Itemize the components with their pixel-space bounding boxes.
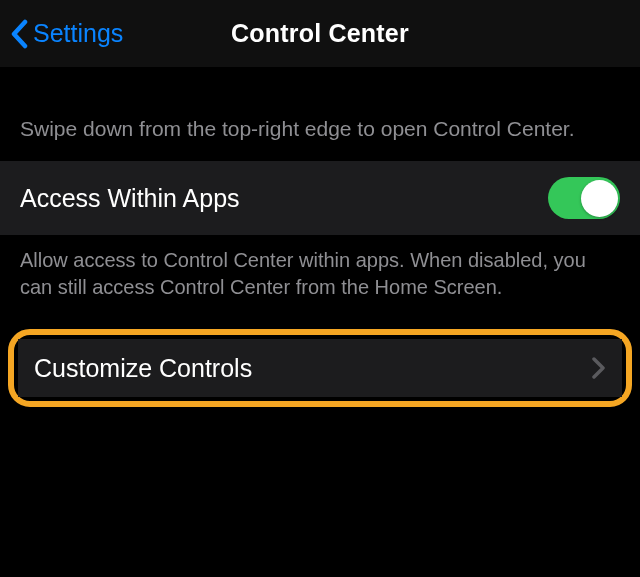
toggle-knob <box>581 180 618 217</box>
section-header-description: Swipe down from the top-right edge to op… <box>0 67 640 161</box>
access-within-apps-label: Access Within Apps <box>20 184 240 213</box>
navigation-bar: Settings Control Center <box>0 0 640 67</box>
access-within-apps-toggle[interactable] <box>548 177 620 219</box>
back-label: Settings <box>33 19 123 48</box>
settings-screen: Settings Control Center Swipe down from … <box>0 0 640 577</box>
chevron-right-icon <box>592 357 606 379</box>
highlight-annotation: Customize Controls <box>8 329 632 407</box>
back-button[interactable]: Settings <box>0 19 123 49</box>
chevron-left-icon <box>10 19 30 49</box>
access-within-apps-cell: Access Within Apps <box>0 161 640 235</box>
access-within-apps-footnote: Allow access to Control Center within ap… <box>0 235 640 329</box>
customize-controls-cell[interactable]: Customize Controls <box>18 339 622 397</box>
customize-controls-label: Customize Controls <box>34 354 252 383</box>
